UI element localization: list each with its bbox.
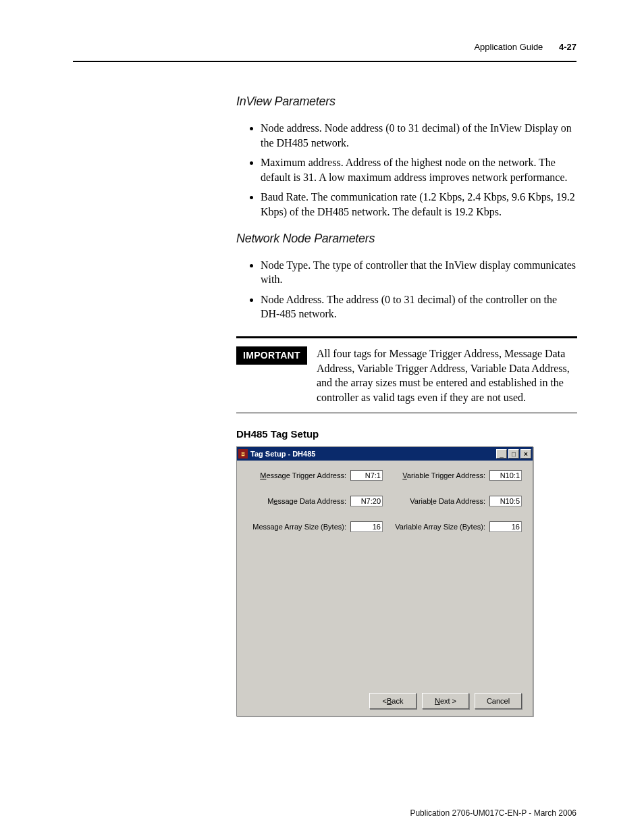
network-heading: Network Node Parameters: [236, 232, 577, 246]
important-text: All four tags for Message Trigger Addres…: [317, 346, 577, 405]
page-header: Application Guide 4-27: [474, 42, 576, 52]
msg-data-label: Message Data Address:: [267, 497, 346, 505]
page-number: 4-27: [559, 42, 576, 52]
tag-setup-heading: DH485 Tag Setup: [236, 428, 577, 440]
cancel-button[interactable]: Cancel: [475, 693, 522, 709]
header-rule: [73, 61, 576, 62]
important-badge: IMPORTANT: [236, 346, 307, 365]
divider-thin: [236, 413, 577, 413]
divider-heavy: [236, 336, 577, 338]
maximize-button[interactable]: □: [508, 449, 519, 459]
msg-array-input[interactable]: [350, 521, 383, 532]
dialog-title: Tag Setup - DH485: [250, 450, 315, 458]
var-trigger-input[interactable]: [489, 470, 522, 481]
tag-setup-dialog: ¤ Tag Setup - DH485 _ □ × Message Trigge…: [236, 446, 533, 716]
var-array-label: Variable Array Size (Bytes):: [395, 523, 485, 531]
back-button[interactable]: < Back: [369, 693, 417, 709]
var-data-input[interactable]: [489, 496, 522, 506]
list-item: Node Address. The address (0 to 31 decim…: [261, 292, 577, 321]
var-array-input[interactable]: [489, 521, 522, 532]
inview-list: Node address. Node address (0 to 31 deci…: [236, 121, 577, 219]
section-name: Application Guide: [474, 42, 543, 52]
var-data-label: Variable Data Address:: [410, 497, 485, 505]
network-list: Node Type. The type of controller that t…: [236, 258, 577, 321]
msg-trigger-input[interactable]: [350, 470, 383, 481]
dialog-titlebar: ¤ Tag Setup - DH485 _ □ ×: [237, 447, 533, 461]
list-item: Baud Rate. The communication rate (1.2 K…: [261, 190, 577, 219]
msg-array-label: Message Array Size (Bytes):: [252, 523, 346, 531]
footer-publication: Publication 2706-UM017C-EN-P - March 200…: [410, 808, 576, 818]
var-trigger-label: Variable Trigger Address:: [402, 471, 485, 479]
inview-heading: InView Parameters: [236, 95, 577, 109]
next-button[interactable]: Next >: [422, 693, 469, 709]
msg-trigger-label: Message Trigger Address:: [260, 471, 346, 479]
close-button[interactable]: ×: [520, 449, 531, 459]
minimize-button[interactable]: _: [496, 449, 507, 459]
list-item: Node Type. The type of controller that t…: [261, 258, 577, 287]
list-item: Maximum address. Address of the highest …: [261, 155, 577, 184]
msg-data-input[interactable]: [350, 496, 383, 506]
list-item: Node address. Node address (0 to 31 deci…: [261, 121, 577, 150]
important-block: IMPORTANT All four tags for Message Trig…: [236, 346, 577, 405]
app-icon: ¤: [238, 449, 248, 459]
